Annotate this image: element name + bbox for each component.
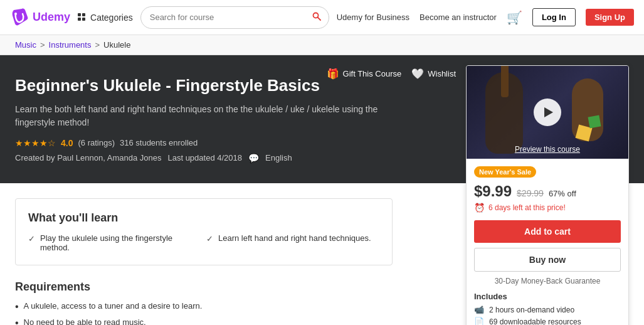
course-subtitle: Learn the both left hand and right hand … [15, 103, 416, 129]
check-icon-2: ✓ [206, 234, 213, 243]
header: Udemy Categories Udemy for Business Beco… [0, 0, 644, 35]
learn-item-2-text: Learn left hand and right hand technique… [218, 233, 371, 243]
includes-title: Includes [474, 292, 621, 301]
buy-now-button[interactable]: Buy now [474, 248, 621, 272]
includes-item-video: 📹 2 hours on-demand video [474, 305, 621, 314]
card-body: New Year's Sale $9.99 $29.99 67% off ⏰ 6… [467, 159, 628, 325]
categories-grid-icon [78, 13, 87, 22]
sale-badge: New Year's Sale [474, 166, 536, 178]
original-price: $29.99 [517, 188, 544, 198]
add-to-cart-button[interactable]: Add to cart [474, 220, 621, 243]
logo-text: Udemy [33, 11, 70, 24]
created-by: Created by Paul Lennon, Amanda Jones [15, 153, 161, 162]
course-thumbnail: Preview this course [467, 66, 628, 159]
language: English [265, 153, 292, 162]
learn-section: What you'll learn ✓ Play the ukulele usi… [15, 198, 393, 265]
gift-button[interactable]: 🎁 Gift This Course [327, 68, 402, 80]
learn-items: ✓ Play the ukulele using the fingerstyle… [28, 233, 379, 252]
play-button[interactable] [534, 99, 561, 126]
requirements-section: Requirements • A ukulele, access to a tu… [15, 280, 393, 325]
timer-text: 6 days left at this price! [488, 203, 566, 212]
heart-icon: 🤍 [411, 68, 424, 80]
timer-row: ⏰ 6 days left at this price! [474, 203, 621, 213]
gift-icon: 🎁 [327, 68, 339, 80]
breadcrumb-instruments[interactable]: Instruments [49, 40, 92, 50]
breadcrumb-music[interactable]: Music [15, 40, 36, 50]
hero-actions: 🎁 Gift This Course 🤍 Wishlist [327, 68, 456, 80]
requirements-list: • A ukulele, access to a tuner and a des… [15, 301, 393, 325]
nav-business[interactable]: Udemy for Business [337, 13, 409, 22]
price-row: $9.99 $29.99 67% off [474, 183, 621, 200]
last-updated: Last updated 4/2018 [167, 153, 242, 162]
language-icon: 💬 [248, 153, 259, 163]
rating-number: 4.0 [61, 138, 73, 148]
wishlist-label: Wishlist [428, 69, 456, 78]
green-cube [588, 115, 601, 129]
play-triangle-icon [544, 107, 553, 117]
categories-button[interactable]: Categories [78, 13, 133, 23]
discount-percent: 67% off [549, 189, 576, 198]
svg-rect-4 [82, 18, 85, 21]
svg-point-0 [14, 13, 17, 15]
ratings-count: (6 ratings) [78, 138, 115, 147]
main-content: What you'll learn ✓ Play the ukulele usi… [0, 183, 408, 325]
search-button[interactable] [305, 12, 329, 23]
guarantee-text: 30-Day Money-Back Guarantee [474, 277, 621, 285]
includes-video-text: 2 hours on-demand video [489, 306, 574, 314]
learn-item-2: ✓ Learn left hand and right hand techniq… [206, 233, 379, 252]
learn-item-1: ✓ Play the ukulele using the fingerstyle… [28, 233, 201, 252]
breadcrumb-sep-1: > [40, 40, 45, 50]
svg-rect-1 [78, 13, 81, 16]
req-item-1: • A ukulele, access to a tuner and a des… [15, 301, 393, 312]
requirements-title: Requirements [15, 280, 393, 294]
signup-button[interactable]: Sign Up [586, 9, 634, 26]
gift-label: Gift This Course [343, 69, 402, 78]
breadcrumb: Music > Instruments > Ukulele [0, 35, 644, 55]
svg-rect-2 [82, 13, 85, 16]
login-button[interactable]: Log In [532, 8, 576, 26]
req-item-2-text: No need to be able to read music. [24, 317, 146, 325]
categories-label: Categories [90, 13, 133, 23]
search-bar [140, 6, 329, 29]
clock-icon: ⏰ [474, 203, 485, 213]
req-item-2: • No need to be able to read music. [15, 317, 393, 325]
download-icon: 📄 [474, 317, 484, 325]
stars-icon: ★★★★☆ [15, 138, 56, 148]
guitar-neck [501, 66, 509, 97]
svg-rect-3 [78, 18, 81, 21]
includes-section: Includes 📹 2 hours on-demand video 📄 69 … [474, 292, 621, 325]
cart-icon[interactable]: 🛒 [507, 10, 522, 25]
includes-resources-text: 69 downloadable resources [489, 317, 581, 326]
video-icon: 📹 [474, 305, 484, 314]
hero-section: 🎁 Gift This Course 🤍 Wishlist Beginner's… [0, 55, 644, 183]
includes-item-resources: 📄 69 downloadable resources [474, 317, 621, 325]
course-card: Preview this course New Year's Sale $9.9… [466, 65, 629, 325]
learn-item-1-text: Play the ukulele using the fingerstyle m… [40, 233, 201, 252]
udemy-logo-icon [10, 8, 30, 28]
rating-row: ★★★★☆ 4.0 (6 ratings) 316 students enrol… [15, 138, 416, 148]
wishlist-button[interactable]: 🤍 Wishlist [411, 68, 456, 80]
breadcrumb-current: Ukulele [103, 40, 130, 50]
hero-content: Beginner's Ukulele - Fingerstyle Basics … [15, 75, 416, 163]
header-nav: Udemy for Business Become an instructor … [337, 8, 634, 26]
svg-line-6 [317, 17, 320, 20]
logo[interactable]: Udemy [10, 8, 70, 28]
check-icon-1: ✓ [28, 234, 35, 243]
preview-label[interactable]: Preview this course [515, 145, 580, 154]
breadcrumb-sep-2: > [95, 40, 100, 50]
enrolled-count: 316 students enrolled [120, 138, 198, 147]
req-item-1-text: A ukulele, access to a tuner and a desir… [24, 301, 203, 311]
nav-instructor[interactable]: Become an instructor [420, 13, 497, 22]
search-icon [312, 12, 321, 21]
learn-title: What you'll learn [28, 211, 379, 225]
bullet-2: • [15, 317, 19, 325]
meta-row: Created by Paul Lennon, Amanda Jones Las… [15, 153, 416, 163]
search-input[interactable] [141, 13, 305, 22]
bullet-1: • [15, 301, 19, 312]
current-price: $9.99 [474, 183, 512, 200]
